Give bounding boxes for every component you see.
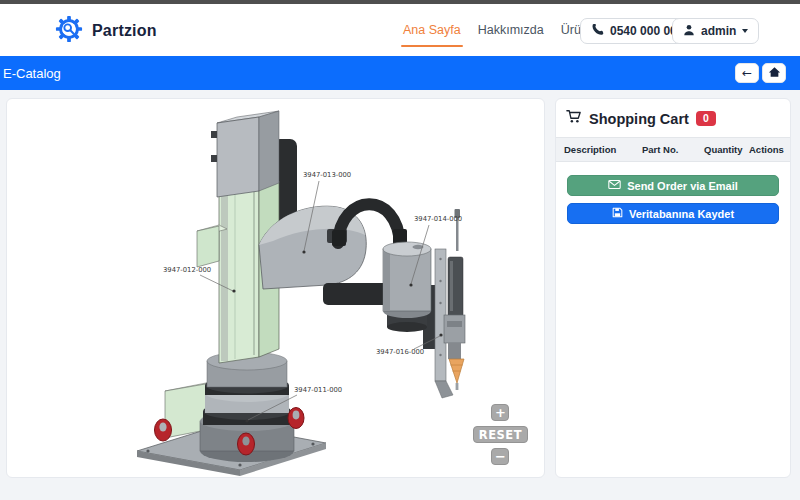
robot-end-effector — [383, 242, 431, 332]
column-part-no: Part No. — [642, 144, 704, 155]
robot-column-head — [211, 111, 279, 197]
nav-item-hakkimizda[interactable]: Hakkımızda — [478, 23, 544, 37]
cad-viewer-panel: 3947-013-000 3947-014-000 3947-012-000 3… — [6, 98, 545, 478]
robot-dispenser — [435, 209, 465, 398]
reset-view-button[interactable]: RESET — [473, 426, 528, 443]
nav-item-ana-sayfa[interactable]: Ana Sayfa — [403, 23, 461, 37]
viewer-controls: + RESET − — [473, 404, 528, 465]
user-icon — [683, 24, 695, 39]
cad-model-canvas[interactable]: 3947-013-000 3947-014-000 3947-012-000 3… — [7, 99, 544, 477]
chevron-down-icon — [742, 29, 748, 33]
cart-actions: Send Order via Email Veritabanına Kaydet — [556, 162, 790, 237]
cart-title: Shopping Cart — [589, 111, 689, 127]
page-title: E-Catalog — [0, 66, 61, 81]
back-arrow-icon: ← — [742, 66, 752, 80]
phone-icon — [591, 23, 604, 39]
column-quantity: Quantity — [704, 144, 749, 155]
home-button[interactable] — [762, 63, 786, 83]
gear-search-logo-icon — [55, 15, 83, 47]
envelope-icon — [608, 179, 621, 192]
back-button[interactable]: ← — [735, 63, 759, 83]
zoom-out-button[interactable]: − — [491, 448, 509, 465]
part-label[interactable]: 3947-011-000 — [294, 386, 342, 394]
part-label[interactable]: 3947-016-000 — [376, 348, 424, 356]
save-disk-icon — [612, 207, 623, 220]
robot-side-bracket — [197, 226, 219, 267]
brand-name: Partzion — [92, 22, 157, 40]
user-name: admin — [701, 24, 736, 38]
part-label[interactable]: 3947-014-000 — [414, 215, 462, 223]
part-label[interactable]: 3947-012-000 — [163, 266, 211, 274]
cart-table-header: Description Part No. Quantity Actions — [556, 137, 790, 162]
save-to-database-button[interactable]: Veritabanına Kaydet — [567, 203, 779, 224]
user-menu-button[interactable]: admin — [672, 18, 759, 44]
send-order-email-button[interactable]: Send Order via Email — [567, 175, 779, 196]
column-actions: Actions — [749, 144, 786, 155]
column-description: Description — [564, 144, 642, 155]
part-label[interactable]: 3947-013-000 — [303, 171, 351, 179]
brand[interactable]: Partzion — [55, 15, 157, 47]
zoom-in-button[interactable]: + — [491, 404, 509, 421]
cart-count-badge: 0 — [696, 111, 716, 126]
home-icon — [768, 64, 781, 82]
cart-header: Shopping Cart 0 — [556, 99, 790, 137]
page-title-bar: E-Catalog — [0, 56, 800, 90]
shopping-cart-icon — [566, 109, 582, 128]
navbar: Partzion Ana Sayfa Hakkımızda Ürünler İl… — [0, 4, 800, 56]
shopping-cart-panel: Shopping Cart 0 Description Part No. Qua… — [555, 98, 791, 478]
